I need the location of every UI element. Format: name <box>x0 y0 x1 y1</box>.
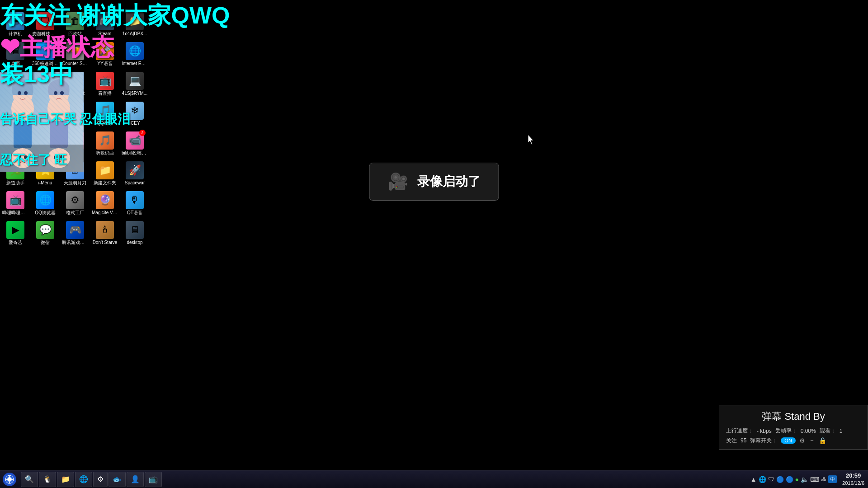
st-shield-icon[interactable]: 🛡 <box>768 476 774 483</box>
icon-label-qt: QT语音 <box>127 210 142 216</box>
desktop-icon-steam[interactable]: 🎮Steam <box>91 11 118 38</box>
tb-btn-fish[interactable]: 🐟 <box>108 472 126 487</box>
desktop-icon-kanzhibo[interactable]: 📺看直播 <box>91 70 118 98</box>
svg-rect-10 <box>50 121 68 148</box>
icon-label-spacewar: Spacewar <box>125 180 145 186</box>
st-arrow-icon[interactable]: ▲ <box>750 476 757 483</box>
desktop-icon-tencent[interactable]: 🎮腾讯游戏平台 <box>61 220 89 247</box>
icon-img-qt: 🎙 <box>126 191 144 209</box>
desktop: 东关注 谢谢大家QWQ ❤主播状态 装13中 告诉自己不哭 忍住眼泪 忍不住了 … <box>0 0 868 470</box>
tb-btn-search[interactable]: 🔍 <box>21 472 38 487</box>
icon-label-kanzhibo: 看直播 <box>98 91 112 96</box>
taskbar-right: ▲ 🌐 🛡 🔵 🔵 ● 🔈 ⌨ 🖧 中 20:59 2016/12/6 <box>747 470 868 488</box>
loss-value: 0.00% <box>801 428 816 434</box>
systray-icons: ▲ 🌐 🛡 🔵 🔵 ● 🔈 ⌨ 🖧 中 <box>750 475 837 483</box>
icon-label-mcafee: 麦咖科技官... <box>32 31 58 37</box>
desktop-icon-yyvoice[interactable]: 🎤YY语音 <box>91 41 118 68</box>
icon-img-icey: ❄ <box>126 102 144 120</box>
st-green-icon[interactable]: ● <box>795 476 799 483</box>
svg-point-7 <box>54 91 57 95</box>
viewers-value: 1 <box>840 428 843 434</box>
icon-img-mcafee: 🛡 <box>36 12 54 30</box>
svg-point-17 <box>60 155 64 159</box>
desktop-icon-desktop[interactable]: 🖥桌面 <box>2 41 29 68</box>
desktop-icon-4ls2[interactable]: 💻4LS|$RYM... <box>121 70 148 98</box>
icon-label-steam: Steam <box>99 31 112 37</box>
desktop-icon-csgo[interactable]: 🔫Counter-S... Global Off... <box>61 41 89 68</box>
st-lang-icon[interactable]: 中 <box>828 475 837 483</box>
desktop-icon-grid[interactable]: ⚙格式工厂 <box>61 190 89 217</box>
icon-img-ie: 🌐 <box>126 42 144 60</box>
danmaku-toggle[interactable]: ON <box>781 437 796 444</box>
taskbar: 🔍 🐧 📁 🌐 ⚙ 🐟 👤 📺 ▲ 🌐 🛡 🔵 🔵 ● 🔈 ⌨ 🖧 中 20:5… <box>0 470 868 488</box>
desktop-icon-aiqiyi[interactable]: ▶爱奇艺 <box>2 220 29 247</box>
icon-label-magicite: Magicite V1.5 Train... <box>92 210 118 216</box>
desktop-icon-qqbrowser[interactable]: 🌐QQ浏览器 <box>32 190 59 217</box>
desktop-icon-weixin[interactable]: 💬微信 <box>32 220 59 247</box>
tb-btn-user[interactable]: 👤 <box>127 472 144 487</box>
st-360-icon[interactable]: 🔵 <box>786 476 793 483</box>
desktop-icon-bilibili[interactable]: 📹2bilibili投稿工具 <box>121 130 148 157</box>
svg-point-6 <box>49 85 69 105</box>
icon-img-kanzhibo: 📺 <box>96 72 114 90</box>
svg-point-13 <box>47 148 70 168</box>
recording-popup: 🎥 录像启动了 <box>369 163 499 201</box>
danmaku-lock-icon[interactable]: 🔒 <box>819 437 826 444</box>
icon-img-tencent: 🎮 <box>66 221 84 239</box>
recording-text: 录像启动了 <box>417 173 481 190</box>
icon-label-newfolder: 新建文件夹 <box>94 180 116 186</box>
st-vol-icon[interactable]: 🔈 <box>801 476 808 483</box>
desktop-icon-bilibili2[interactable]: 📺哔哩哔哩直播姬 <box>2 190 29 217</box>
st-keyboard-icon[interactable]: ⌨ <box>810 476 819 483</box>
svg-point-14 <box>18 155 21 159</box>
icon-img-newfolder: 📁 <box>96 161 114 179</box>
clock-date: 2016/12/6 <box>842 480 864 486</box>
clock-time: 20:59 <box>846 472 861 480</box>
upload-value: - kbps <box>757 428 772 434</box>
st-circle-icon[interactable]: 🔵 <box>776 476 784 483</box>
desktop-icon-icey[interactable]: ❄ICEY <box>121 100 148 127</box>
desktop-icon-computer[interactable]: 🖥计算机 <box>2 11 29 38</box>
desktop-icon-ie[interactable]: 🌐Internet Explorer <box>121 41 148 68</box>
tb-btn-ie[interactable]: 🌐 <box>75 472 92 487</box>
tb-btn-explorer[interactable]: 📁 <box>57 472 74 487</box>
icon-img-steam: 🎮 <box>96 12 114 30</box>
desktop-icon-spacewar[interactable]: 🚀Spacewar <box>121 160 148 187</box>
icon-img-csgo: 🔫 <box>66 42 84 60</box>
svg-point-16 <box>54 155 57 159</box>
desktop-icon-recycle[interactable]: 🗑回收站 <box>61 11 89 38</box>
start-button[interactable] <box>0 470 19 488</box>
desktop-icon-magicite[interactable]: 🔮Magicite V1.5 Train... <box>91 190 118 217</box>
desktop-icon-newfolder[interactable]: 📁新建文件夹 <box>91 160 118 187</box>
svg-rect-9 <box>14 121 32 148</box>
icon-img-recycle: 🗑 <box>66 12 84 30</box>
tb-btn-qq[interactable]: 🐧 <box>39 472 56 487</box>
desktop-icon-listen[interactable]: 🎵听歌识曲 <box>91 130 118 157</box>
danmaku-stats2: 关注 95 弹幕开关： ON ⚙ － 🔒 <box>726 436 861 445</box>
danmaku-minus-icon[interactable]: － <box>809 436 815 445</box>
svg-point-8 <box>60 91 64 95</box>
desktop-icon-qt[interactable]: 🎙QT语音 <box>121 190 148 217</box>
system-clock[interactable]: 20:59 2016/12/6 <box>842 472 864 486</box>
icon-label-newguide: 新道助手 <box>6 180 24 186</box>
icon-label-icey: ICEY <box>129 121 140 126</box>
icon-img-yyvoice: 🎤 <box>96 42 114 60</box>
desktop-icon-desktop2[interactable]: 🖥desktop <box>121 220 148 247</box>
icon-label-desktop2: desktop <box>127 240 142 245</box>
st-net-icon[interactable]: 🌐 <box>759 476 766 483</box>
danmaku-settings-icon[interactable]: ⚙ <box>799 437 805 444</box>
desktop-icon-mcafee[interactable]: 🛡麦咖科技官... <box>32 11 59 38</box>
desktop-icon-360[interactable]: 🔵360极速浏览器 <box>32 41 59 68</box>
tb-btn-bilibili[interactable]: 📺 <box>145 472 162 487</box>
desktop-icon-dontstarve[interactable]: 🕯Don't Starve <box>91 220 118 247</box>
desktop-icon-4ls[interactable]: 📁1c4A|DPX... <box>121 11 148 38</box>
tb-btn-media[interactable]: ⚙ <box>93 472 108 487</box>
desktop-icon-qqmusic[interactable]: 🎵QQ音乐 <box>91 100 118 127</box>
anime-background <box>0 72 84 172</box>
icon-label-dontstarve: Don't Starve <box>93 240 118 245</box>
danmaku-stats: 上行速度： - kbps 丢帧率： 0.00% 观看： 1 <box>726 427 861 435</box>
st-connect-icon[interactable]: 🖧 <box>821 476 826 483</box>
recording-camera-icon: 🎥 <box>388 172 408 191</box>
icon-label-weixin: 微信 <box>41 240 50 245</box>
icon-img-magicite: 🔮 <box>96 191 114 209</box>
